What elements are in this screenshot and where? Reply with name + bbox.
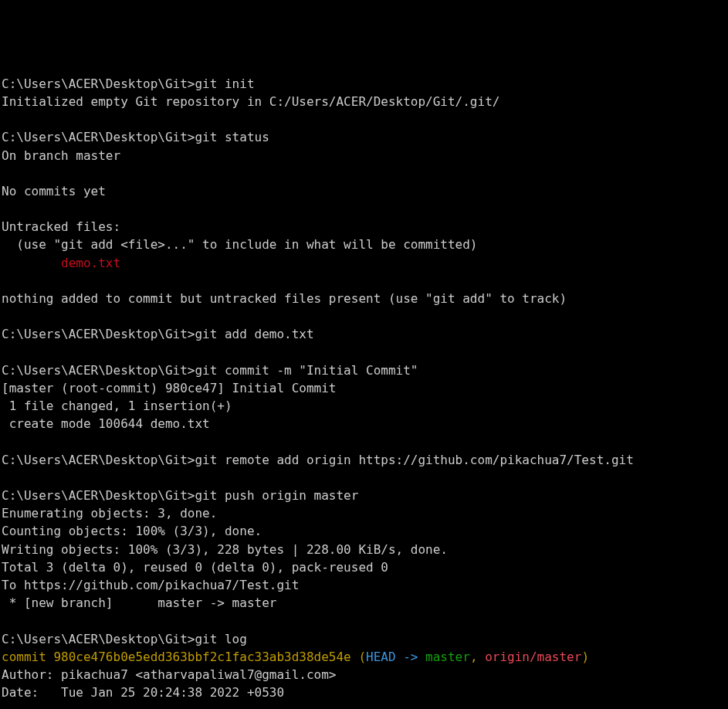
output-untracked-file-line: demo.txt: [2, 256, 120, 270]
ref-master: master: [425, 650, 470, 664]
output-untracked-hint: (use "git add <file>..." to include in w…: [2, 237, 478, 252]
command-git-add: git add demo.txt: [195, 327, 313, 341]
indent: [2, 256, 61, 270]
prompt: C:\Users\ACER\Desktop\Git>: [2, 363, 195, 378]
output-push-branch: * [new branch] master -> master: [2, 595, 276, 610]
prompt-line-3: C:\Users\ACER\Desktop\Git>git add demo.t…: [2, 327, 314, 341]
output-push-total: Total 3 (delta 0), reused 0 (delta 0), p…: [2, 560, 388, 575]
commit-hash: 980ce476b0e5edd363bbf2c1fac33ab3d38de54e: [53, 650, 350, 664]
prompt: C:\Users\ACER\Desktop\Git>: [2, 327, 195, 341]
untracked-file: demo.txt: [61, 256, 120, 270]
output-push-enum: Enumerating objects: 3, done.: [2, 506, 217, 521]
command-git-status: git status: [195, 130, 269, 144]
output-untracked-header: Untracked files:: [2, 219, 120, 234]
output-log-date: Date: Tue Jan 25 20:24:38 2022 +0530: [2, 685, 284, 700]
output-branch: On branch master: [2, 148, 120, 163]
output-log-commit: commit 980ce476b0e5edd363bbf2c1fac33ab3d…: [2, 650, 589, 664]
terminal-output[interactable]: C:\Users\ACER\Desktop\Git>git init Initi…: [2, 75, 726, 709]
command-git-init: git init: [195, 76, 254, 91]
prompt-line-4: C:\Users\ACER\Desktop\Git>git commit -m …: [2, 363, 418, 378]
prompt: C:\Users\ACER\Desktop\Git>: [2, 130, 195, 144]
prompt: C:\Users\ACER\Desktop\Git>: [2, 76, 195, 91]
output-push-write: Writing objects: 100% (3/3), 228 bytes |…: [2, 542, 448, 557]
prompt-line-6: C:\Users\ACER\Desktop\Git>git push origi…: [2, 488, 358, 503]
command-git-push: git push origin master: [195, 488, 358, 503]
output-commit-result: [master (root-commit) 980ce47] Initial C…: [2, 381, 336, 395]
commit-word: commit: [2, 650, 53, 664]
prompt: C:\Users\ACER\Desktop\Git>: [2, 453, 195, 467]
prompt-line-5: C:\Users\ACER\Desktop\Git>git remote add…: [2, 453, 634, 467]
command-git-commit: git commit -m "Initial Commit": [195, 363, 418, 378]
prompt-line-1: C:\Users\ACER\Desktop\Git>git init: [2, 76, 255, 91]
prompt-line-7: C:\Users\ACER\Desktop\Git>git log: [2, 632, 247, 646]
output-nothing-added: nothing added to commit but untracked fi…: [2, 291, 567, 306]
output-no-commits: No commits yet: [2, 184, 106, 198]
ref-origin: origin/master: [485, 650, 581, 664]
ref-head: HEAD ->: [366, 650, 425, 664]
ref-open: (: [351, 650, 366, 664]
output-push-to: To https://github.com/pikachua7/Test.git: [2, 578, 299, 592]
output-commit-stats: 1 file changed, 1 insertion(+): [2, 399, 232, 413]
command-git-log: git log: [195, 632, 246, 646]
ref-close: ): [581, 650, 589, 664]
output-push-count: Counting objects: 100% (3/3), done.: [2, 524, 262, 538]
prompt-line-2: C:\Users\ACER\Desktop\Git>git status: [2, 130, 269, 144]
prompt: C:\Users\ACER\Desktop\Git>: [2, 632, 195, 646]
ref-comma: ,: [470, 650, 485, 664]
command-git-remote: git remote add origin https://github.com…: [195, 453, 633, 467]
prompt: C:\Users\ACER\Desktop\Git>: [2, 488, 195, 503]
output-commit-create: create mode 100644 demo.txt: [2, 416, 210, 431]
output-init: Initialized empty Git repository in C:/U…: [2, 94, 499, 109]
output-log-author: Author: pikachua7 <atharvapaliwal7@gmail…: [2, 667, 336, 682]
